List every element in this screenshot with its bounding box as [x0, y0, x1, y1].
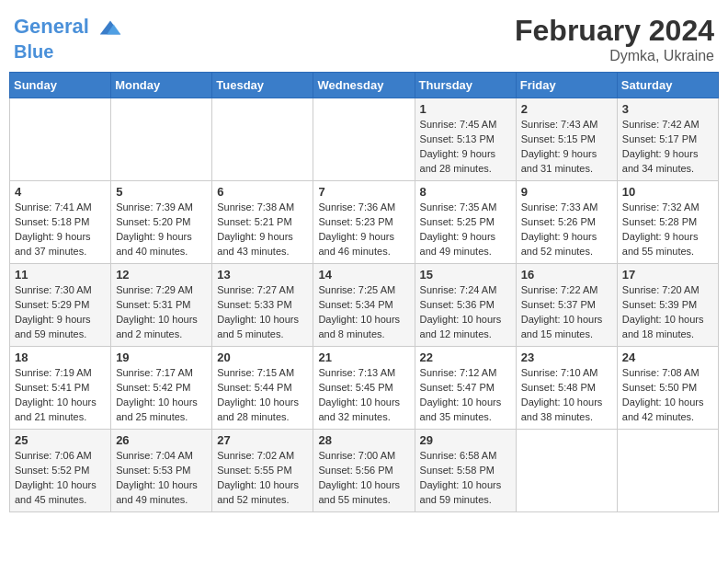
calendar-cell: 16Sunrise: 7:22 AMSunset: 5:37 PMDayligh… [516, 264, 617, 347]
day-number: 27 [217, 433, 308, 447]
calendar-cell: 22Sunrise: 7:12 AMSunset: 5:47 PMDayligh… [415, 347, 516, 430]
day-info: Sunrise: 7:42 AMSunset: 5:17 PMDaylight:… [622, 118, 713, 177]
calendar-week-4: 18Sunrise: 7:19 AMSunset: 5:41 PMDayligh… [10, 347, 719, 430]
calendar-cell: 3Sunrise: 7:42 AMSunset: 5:17 PMDaylight… [617, 98, 718, 181]
calendar-cell: 12Sunrise: 7:29 AMSunset: 5:31 PMDayligh… [111, 264, 212, 347]
logo: General Blue [14, 14, 124, 62]
calendar-cell [10, 98, 111, 181]
day-info: Sunrise: 7:33 AMSunset: 5:26 PMDaylight:… [521, 201, 612, 259]
calendar-cell: 10Sunrise: 7:32 AMSunset: 5:28 PMDayligh… [617, 181, 718, 264]
calendar-cell: 4Sunrise: 7:41 AMSunset: 5:18 PMDaylight… [10, 181, 111, 264]
calendar-cell [516, 430, 617, 512]
day-info: Sunrise: 7:36 AMSunset: 5:23 PMDaylight:… [318, 201, 409, 259]
day-info: Sunrise: 7:19 AMSunset: 5:41 PMDaylight:… [15, 366, 106, 425]
page-header: General Blue February 2024 Dymka, Ukrain… [9, 9, 719, 64]
calendar-cell [313, 98, 415, 181]
day-info: Sunrise: 7:35 AMSunset: 5:25 PMDaylight:… [420, 201, 511, 259]
calendar-week-2: 4Sunrise: 7:41 AMSunset: 5:18 PMDaylight… [10, 181, 719, 264]
calendar-week-1: 1Sunrise: 7:45 AMSunset: 5:13 PMDaylight… [10, 98, 719, 181]
day-info: Sunrise: 7:13 AMSunset: 5:45 PMDaylight:… [318, 366, 409, 425]
day-info: Sunrise: 7:22 AMSunset: 5:37 PMDaylight:… [521, 283, 612, 342]
calendar-cell: 6Sunrise: 7:38 AMSunset: 5:21 PMDaylight… [212, 181, 313, 264]
day-number: 17 [622, 268, 713, 282]
calendar-week-3: 11Sunrise: 7:30 AMSunset: 5:29 PMDayligh… [10, 264, 719, 347]
calendar-cell: 20Sunrise: 7:15 AMSunset: 5:44 PMDayligh… [212, 347, 313, 430]
day-number: 3 [622, 102, 713, 116]
day-number: 9 [521, 185, 612, 199]
day-number: 18 [15, 350, 106, 364]
day-header-saturday: Saturday [617, 73, 718, 98]
day-number: 19 [116, 350, 207, 364]
logo-blue-text: Blue [14, 41, 124, 62]
logo-text: General [14, 14, 124, 41]
calendar-cell: 26Sunrise: 7:04 AMSunset: 5:53 PMDayligh… [111, 430, 212, 512]
day-info: Sunrise: 7:10 AMSunset: 5:48 PMDaylight:… [521, 366, 612, 425]
calendar-cell: 23Sunrise: 7:10 AMSunset: 5:48 PMDayligh… [516, 347, 617, 430]
month-title: February 2024 [515, 14, 714, 48]
title-block: February 2024 Dymka, Ukraine [515, 14, 714, 64]
day-number: 28 [318, 433, 409, 447]
day-info: Sunrise: 7:12 AMSunset: 5:47 PMDaylight:… [420, 366, 511, 425]
day-header-thursday: Thursday [415, 73, 516, 98]
day-number: 5 [116, 185, 207, 199]
day-info: Sunrise: 7:39 AMSunset: 5:20 PMDaylight:… [116, 201, 207, 259]
day-number: 26 [116, 433, 207, 447]
calendar-cell: 17Sunrise: 7:20 AMSunset: 5:39 PMDayligh… [617, 264, 718, 347]
calendar-header-row: SundayMondayTuesdayWednesdayThursdayFrid… [10, 73, 719, 98]
calendar-cell: 24Sunrise: 7:08 AMSunset: 5:50 PMDayligh… [617, 347, 718, 430]
calendar-cell: 15Sunrise: 7:24 AMSunset: 5:36 PMDayligh… [415, 264, 516, 347]
calendar-cell: 13Sunrise: 7:27 AMSunset: 5:33 PMDayligh… [212, 264, 313, 347]
day-header-sunday: Sunday [10, 73, 111, 98]
calendar-cell: 9Sunrise: 7:33 AMSunset: 5:26 PMDaylight… [516, 181, 617, 264]
calendar-cell [212, 98, 313, 181]
calendar-cell: 18Sunrise: 7:19 AMSunset: 5:41 PMDayligh… [10, 347, 111, 430]
day-info: Sunrise: 7:04 AMSunset: 5:53 PMDaylight:… [116, 449, 207, 508]
day-info: Sunrise: 7:17 AMSunset: 5:42 PMDaylight:… [116, 366, 207, 425]
day-info: Sunrise: 7:29 AMSunset: 5:31 PMDaylight:… [116, 283, 207, 342]
calendar-cell: 11Sunrise: 7:30 AMSunset: 5:29 PMDayligh… [10, 264, 111, 347]
calendar-cell: 27Sunrise: 7:02 AMSunset: 5:55 PMDayligh… [212, 430, 313, 512]
day-number: 13 [217, 268, 308, 282]
calendar-cell: 19Sunrise: 7:17 AMSunset: 5:42 PMDayligh… [111, 347, 212, 430]
day-info: Sunrise: 6:58 AMSunset: 5:58 PMDaylight:… [420, 449, 511, 508]
day-number: 29 [420, 433, 511, 447]
day-info: Sunrise: 7:32 AMSunset: 5:28 PMDaylight:… [622, 201, 713, 259]
day-info: Sunrise: 7:38 AMSunset: 5:21 PMDaylight:… [217, 201, 308, 259]
day-header-wednesday: Wednesday [313, 73, 415, 98]
calendar-cell: 14Sunrise: 7:25 AMSunset: 5:34 PMDayligh… [313, 264, 415, 347]
day-number: 23 [521, 350, 612, 364]
day-info: Sunrise: 7:06 AMSunset: 5:52 PMDaylight:… [15, 449, 106, 508]
day-number: 11 [15, 268, 106, 282]
day-info: Sunrise: 7:27 AMSunset: 5:33 PMDaylight:… [217, 283, 308, 342]
calendar-cell: 8Sunrise: 7:35 AMSunset: 5:25 PMDaylight… [415, 181, 516, 264]
calendar-cell: 21Sunrise: 7:13 AMSunset: 5:45 PMDayligh… [313, 347, 415, 430]
day-info: Sunrise: 7:24 AMSunset: 5:36 PMDaylight:… [420, 283, 511, 342]
location-title: Dymka, Ukraine [515, 48, 714, 64]
calendar-week-5: 25Sunrise: 7:06 AMSunset: 5:52 PMDayligh… [10, 430, 719, 512]
day-number: 22 [420, 350, 511, 364]
day-number: 6 [217, 185, 308, 199]
day-number: 21 [318, 350, 409, 364]
day-number: 7 [318, 185, 409, 199]
calendar-cell: 28Sunrise: 7:00 AMSunset: 5:56 PMDayligh… [313, 430, 415, 512]
day-info: Sunrise: 7:30 AMSunset: 5:29 PMDaylight:… [15, 283, 106, 342]
day-header-monday: Monday [111, 73, 212, 98]
day-number: 24 [622, 350, 713, 364]
day-number: 8 [420, 185, 511, 199]
day-header-friday: Friday [516, 73, 617, 98]
calendar-cell: 2Sunrise: 7:43 AMSunset: 5:15 PMDaylight… [516, 98, 617, 181]
day-info: Sunrise: 7:41 AMSunset: 5:18 PMDaylight:… [15, 201, 106, 259]
calendar-table: SundayMondayTuesdayWednesdayThursdayFrid… [9, 72, 719, 512]
day-number: 4 [15, 185, 106, 199]
day-number: 25 [15, 433, 106, 447]
calendar-cell: 1Sunrise: 7:45 AMSunset: 5:13 PMDaylight… [415, 98, 516, 181]
day-number: 16 [521, 268, 612, 282]
day-info: Sunrise: 7:25 AMSunset: 5:34 PMDaylight:… [318, 283, 409, 342]
day-number: 2 [521, 102, 612, 116]
calendar-cell: 25Sunrise: 7:06 AMSunset: 5:52 PMDayligh… [10, 430, 111, 512]
calendar-cell: 7Sunrise: 7:36 AMSunset: 5:23 PMDaylight… [313, 181, 415, 264]
day-info: Sunrise: 7:15 AMSunset: 5:44 PMDaylight:… [217, 366, 308, 425]
day-number: 10 [622, 185, 713, 199]
day-number: 12 [116, 268, 207, 282]
day-info: Sunrise: 7:00 AMSunset: 5:56 PMDaylight:… [318, 449, 409, 508]
